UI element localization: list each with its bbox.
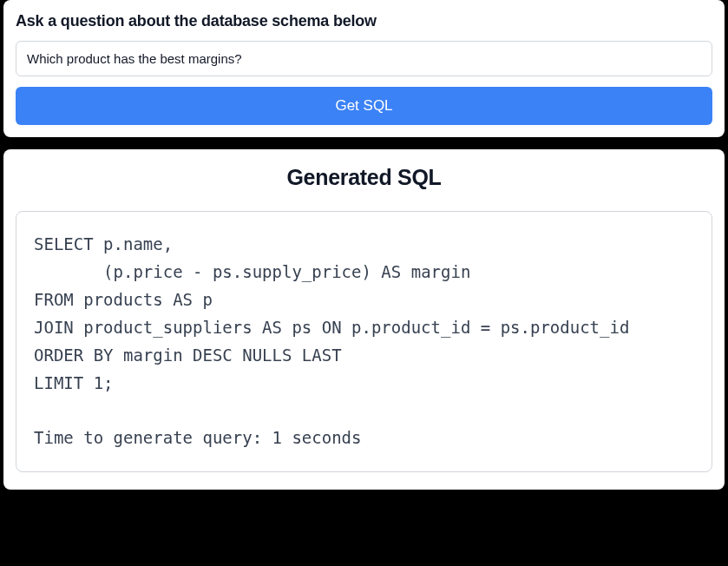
generated-sql-card: Generated SQL SELECT p.name, (p.price - … — [3, 149, 725, 490]
generated-sql-heading: Generated SQL — [16, 165, 712, 190]
prompt-heading: Ask a question about the database schema… — [16, 12, 712, 30]
question-input[interactable] — [16, 41, 712, 76]
sql-code-block: SELECT p.name, (p.price - ps.supply_pric… — [16, 211, 712, 472]
query-input-card: Ask a question about the database schema… — [3, 0, 725, 137]
get-sql-button[interactable]: Get SQL — [16, 87, 712, 125]
